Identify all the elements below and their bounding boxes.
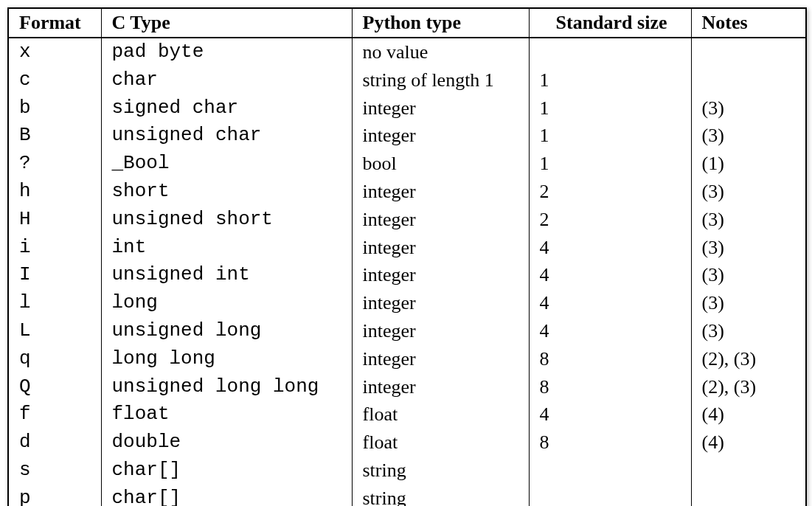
cell-format: c [9, 66, 101, 94]
table-row: llonginteger4(3) [9, 289, 805, 317]
table-row: ccharstring of length 11 [9, 66, 805, 94]
cell-stdsize: 1 [529, 150, 691, 178]
cell-format: Q [9, 373, 101, 401]
cell-pytype: integer [352, 317, 529, 345]
cell-notes: (3) [691, 122, 805, 150]
cell-ctype: short [101, 178, 352, 206]
cell-stdsize [529, 485, 691, 506]
cell-ctype: unsigned short [101, 206, 352, 234]
cell-ctype: pad byte [101, 38, 352, 66]
table-row: bsigned charinteger1(3) [9, 94, 805, 122]
cell-ctype: float [101, 401, 352, 429]
cell-format: x [9, 38, 101, 66]
cell-pytype: integer [352, 122, 529, 150]
cell-format: d [9, 429, 101, 457]
cell-pytype: string [352, 457, 529, 485]
header-ctype: C Type [101, 9, 352, 38]
cell-stdsize: 1 [529, 94, 691, 122]
cell-pytype: integer [352, 94, 529, 122]
cell-format: B [9, 122, 101, 150]
table-row: Bunsigned charinteger1(3) [9, 122, 805, 150]
table-row: ?_Boolbool1(1) [9, 150, 805, 178]
cell-pytype: integer [352, 178, 529, 206]
cell-stdsize: 8 [529, 345, 691, 373]
cell-format: q [9, 345, 101, 373]
table-row: Iunsigned intinteger4(3) [9, 261, 805, 289]
cell-pytype: float [352, 429, 529, 457]
cell-format: l [9, 289, 101, 317]
cell-ctype: unsigned int [101, 261, 352, 289]
cell-notes [691, 485, 805, 506]
cell-stdsize: 4 [529, 261, 691, 289]
cell-format: h [9, 178, 101, 206]
cell-format: ? [9, 150, 101, 178]
format-characters-table: Format C Type Python type Standard size … [7, 7, 807, 506]
cell-notes [691, 457, 805, 485]
table-row: iintinteger4(3) [9, 234, 805, 262]
cell-ctype: _Bool [101, 150, 352, 178]
cell-format: p [9, 485, 101, 506]
cell-stdsize: 2 [529, 178, 691, 206]
cell-pytype: integer [352, 261, 529, 289]
cell-format: b [9, 94, 101, 122]
cell-ctype: char[] [101, 457, 352, 485]
cell-notes: (3) [691, 206, 805, 234]
cell-format: L [9, 317, 101, 345]
table-row: Qunsigned long longinteger8(2), (3) [9, 373, 805, 401]
cell-stdsize [529, 38, 691, 66]
header-notes: Notes [691, 9, 805, 38]
cell-stdsize: 4 [529, 289, 691, 317]
header-pytype: Python type [352, 9, 529, 38]
cell-format: f [9, 401, 101, 429]
cell-ctype: unsigned char [101, 122, 352, 150]
cell-pytype: integer [352, 206, 529, 234]
cell-ctype: long [101, 289, 352, 317]
cell-stdsize: 8 [529, 373, 691, 401]
cell-pytype: no value [352, 38, 529, 66]
cell-notes: (2), (3) [691, 345, 805, 373]
cell-notes: (3) [691, 234, 805, 262]
cell-pytype: integer [352, 345, 529, 373]
cell-notes: (3) [691, 289, 805, 317]
cell-ctype: unsigned long [101, 317, 352, 345]
cell-notes: (1) [691, 150, 805, 178]
cell-stdsize: 1 [529, 66, 691, 94]
cell-pytype: bool [352, 150, 529, 178]
cell-stdsize: 4 [529, 234, 691, 262]
cell-format: H [9, 206, 101, 234]
cell-stdsize: 8 [529, 429, 691, 457]
cell-stdsize: 4 [529, 401, 691, 429]
cell-stdsize: 1 [529, 122, 691, 150]
cell-notes [691, 66, 805, 94]
table-row: ddoublefloat8(4) [9, 429, 805, 457]
cell-notes: (2), (3) [691, 373, 805, 401]
header-format: Format [9, 9, 101, 38]
cell-notes: (3) [691, 94, 805, 122]
table-row: schar[]string [9, 457, 805, 485]
cell-notes [691, 38, 805, 66]
cell-format: i [9, 234, 101, 262]
cell-ctype: signed char [101, 94, 352, 122]
cell-notes: (4) [691, 429, 805, 457]
cell-notes: (3) [691, 261, 805, 289]
cell-stdsize: 4 [529, 317, 691, 345]
cell-ctype: char[] [101, 485, 352, 506]
cell-format: s [9, 457, 101, 485]
table-row: Lunsigned longinteger4(3) [9, 317, 805, 345]
table-row: qlong longinteger8(2), (3) [9, 345, 805, 373]
table-body: xpad byteno valueccharstring of length 1… [9, 38, 805, 506]
cell-pytype: integer [352, 373, 529, 401]
table-row: Hunsigned shortinteger2(3) [9, 206, 805, 234]
cell-pytype: string [352, 485, 529, 506]
table: Format C Type Python type Standard size … [9, 9, 805, 506]
cell-pytype: string of length 1 [352, 66, 529, 94]
cell-ctype: char [101, 66, 352, 94]
cell-stdsize: 2 [529, 206, 691, 234]
cell-pytype: integer [352, 234, 529, 262]
cell-pytype: integer [352, 289, 529, 317]
table-head: Format C Type Python type Standard size … [9, 9, 805, 38]
cell-ctype: long long [101, 345, 352, 373]
cell-ctype: unsigned long long [101, 373, 352, 401]
cell-notes: (3) [691, 317, 805, 345]
cell-notes: (4) [691, 401, 805, 429]
